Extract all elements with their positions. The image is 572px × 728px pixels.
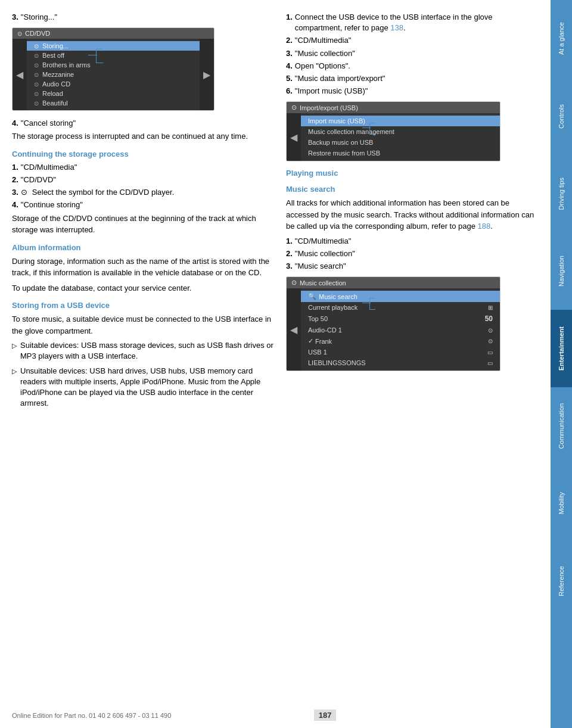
menu-item-reload[interactable]: ⊙ Reload	[27, 89, 200, 98]
cddvd-image-container: ⊙ CD/DVD ◀ ⊙ Storing...	[12, 27, 274, 111]
menu-item-mezzanine[interactable]: ⊙ Mezzanine	[27, 70, 200, 79]
ms-step-1-text: "CD/Multimedia"	[295, 236, 351, 247]
usb-item-mgmt[interactable]: Music collection management	[301, 126, 500, 137]
page-footer: Online Edition for Part no. 01 40 2 606 …	[0, 710, 551, 721]
mc-bracket-line	[362, 303, 371, 303]
sidebar-item-at-a-glance[interactable]: At a glance	[551, 0, 572, 77]
mc-item-search[interactable]: 🔍 Music search	[301, 291, 500, 302]
r-step-5-num: 5.	[286, 73, 293, 84]
storage-continues-text: Storage of the CD/DVD continues at the b…	[12, 213, 274, 236]
sidebar-item-reference[interactable]: Reference	[551, 542, 572, 620]
usb-item-import[interactable]: Import music (USB)	[301, 116, 500, 126]
cont-step-2: 2. "CD/DVD"	[12, 175, 274, 185]
usb-image-container: ⊙ Import/export (USB) ◀ Import music (US…	[286, 101, 539, 161]
r-step-2-text: "CD/Multimedia"	[295, 35, 351, 46]
step-3-text: "Storing..."	[21, 12, 57, 23]
sidebar-item-mobility[interactable]: Mobility	[551, 465, 572, 542]
step-4-header: 4. "Cancel storing"	[12, 118, 274, 129]
usb-item-restore[interactable]: Restore music from USB	[301, 148, 500, 158]
bracket-annotation	[96, 49, 103, 63]
playing-heading: Playing music	[286, 169, 539, 178]
usb-item-backup[interactable]: Backup music on USB	[301, 137, 500, 148]
menu-item-bestoff[interactable]: ⊙ Best off	[27, 51, 200, 60]
sidebar-label-reference: Reference	[558, 566, 565, 596]
cont-step-1: 1. "CD/Multimedia"	[12, 162, 274, 173]
cont-step-3-num: 3.	[12, 187, 18, 198]
mc-nav-left[interactable]: ◀	[290, 324, 297, 335]
sidebar-label-communication: Communication	[558, 403, 565, 449]
bullet-1: ▷ Suitable devices: USB mass storage dev…	[12, 340, 274, 362]
sidebar-item-communication[interactable]: Communication	[551, 387, 572, 465]
sidebar-label-driving-tips: Driving tips	[558, 178, 565, 210]
cont-step-4: 4. "Continue storing"	[12, 200, 274, 210]
audiocd-icon: ⊙	[488, 327, 493, 334]
ms-step-3-text: "Music search"	[295, 261, 346, 272]
usb-image: ⊙ Import/export (USB) ◀ Import music (US…	[286, 101, 500, 161]
right-column: 1. Connect the USB device to the USB int…	[286, 12, 539, 716]
usb-nav-left[interactable]: ◀	[290, 132, 297, 143]
r-step-4-text: Open "Options".	[295, 61, 350, 71]
menu-item-storing[interactable]: ⊙ Storing...	[27, 41, 200, 51]
r-step-1: 1. Connect the USB device to the USB int…	[286, 12, 539, 33]
bracket-line	[88, 55, 97, 55]
menu-item-audiocd[interactable]: ⊙ Audio CD	[27, 79, 200, 89]
sidebar-item-entertainment[interactable]: Entertainment	[551, 310, 572, 387]
sidebar-label-controls: Controls	[558, 104, 565, 129]
frank-check: ✓	[308, 337, 313, 345]
r-step-1-num: 1.	[286, 12, 293, 33]
sidebar-label-at-a-glance: At a glance	[558, 22, 565, 55]
music-search-text: All tracks for which additional informat…	[286, 197, 539, 232]
ms-step-2: 2. "Music collection"	[286, 248, 539, 259]
r-step-6: 6. "Import music (USB)"	[286, 86, 539, 97]
mc-item-usb1[interactable]: USB 1 ▭	[301, 347, 500, 357]
page-188-link[interactable]: 188	[478, 222, 491, 231]
mc-item-top50[interactable]: Top 50 50	[301, 313, 500, 325]
ms-step-1-num: 1.	[286, 236, 293, 247]
menu-item-brothers[interactable]: ⊙ Brothers in arms	[27, 60, 200, 70]
mc-item-frank[interactable]: ✓ Frank ⊙	[301, 335, 500, 347]
r-step-2: 2. "CD/Multimedia"	[286, 35, 539, 46]
sidebar-item-controls[interactable]: Controls	[551, 77, 572, 155]
r-step-6-text: "Import music (USB)"	[295, 86, 368, 97]
music-col-menu: 🔍 Music search Current playback ⊞ Top	[301, 288, 500, 371]
usb-text: To store music, a suitable device must b…	[12, 313, 274, 337]
sidebar-item-navigation[interactable]: Navigation	[551, 232, 572, 310]
r-step-3-num: 3.	[286, 48, 293, 59]
cd-icon: ⊙	[17, 30, 22, 37]
left-column: 3. "Storing..." ⊙ CD/DVD ◀	[12, 12, 274, 716]
search-icon-small: 🔍	[308, 293, 316, 300]
continuing-steps: 1. "CD/Multimedia" 2. "CD/DVD" 3. ⊙ Sele…	[12, 162, 274, 211]
nav-right-arrow[interactable]: ▶	[203, 69, 210, 80]
music-col-icon: ⊙	[291, 279, 297, 287]
page-138-link[interactable]: 138	[390, 23, 403, 32]
cont-step-2-text: "CD/DVD"	[21, 175, 56, 185]
music-search-heading: Music search	[286, 185, 539, 194]
usb-icon: ⊙	[291, 104, 297, 111]
music-col-title-bar: ⊙ Music collection	[287, 277, 500, 288]
cddvd-title: CD/DVD	[25, 30, 50, 37]
cont-step-3-icon: ⊙	[21, 187, 27, 198]
sidebar-label-navigation: Navigation	[558, 256, 565, 287]
usb-title-bar: ⊙ Import/export (USB)	[287, 102, 500, 113]
mc-item-audiocd1[interactable]: Audio-CD 1 ⊙	[301, 325, 500, 335]
usb1-icon: ▭	[487, 349, 493, 356]
menu-item-beautiful[interactable]: ⊙ Beautiful	[27, 98, 200, 108]
music-col-image-container: ⊙ Music collection ◀ 🔍	[286, 276, 539, 371]
r-step-5: 5. "Music data import/export"	[286, 73, 539, 84]
nav-left-arrow[interactable]: ◀	[16, 69, 23, 80]
album-text2: To update the database, contact your ser…	[12, 282, 274, 294]
r-step-5-text: "Music data import/export"	[295, 73, 386, 84]
bullet-1-text: Suitable devices: USB mass storage devic…	[20, 340, 274, 362]
mc-item-current[interactable]: Current playback ⊞	[301, 302, 500, 313]
cont-step-4-num: 4.	[12, 200, 18, 210]
sidebar-item-driving-tips[interactable]: Driving tips	[551, 155, 572, 232]
cddvd-title-bar: ⊙ CD/DVD	[13, 28, 214, 39]
album-heading: Album information	[12, 243, 274, 252]
mc-item-lieblingssongs[interactable]: LIEBLINGSSONGS ▭	[301, 357, 500, 368]
ms-step-2-text: "Music collection"	[295, 248, 355, 259]
music-col-image: ⊙ Music collection ◀ 🔍	[286, 276, 500, 371]
ms-step-3-num: 3.	[286, 261, 293, 272]
music-col-title: Music collection	[300, 279, 346, 287]
usb-menu: Import music (USB) Music collection mana…	[301, 113, 500, 161]
r-step-1-text: Connect the USB device to the USB interf…	[295, 12, 539, 33]
